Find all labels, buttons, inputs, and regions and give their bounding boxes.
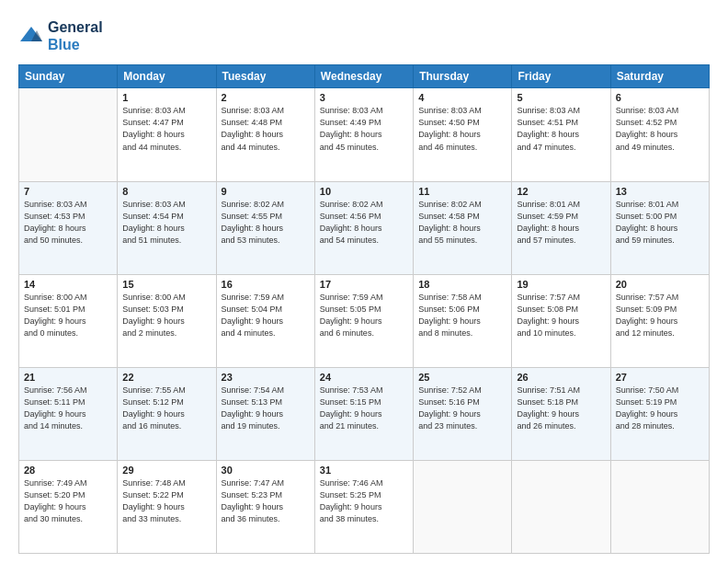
weekday-header-wednesday: Wednesday [314,65,413,88]
day-info: Sunrise: 8:03 AMSunset: 4:49 PMDaylight:… [320,105,408,153]
day-info: Sunrise: 8:03 AMSunset: 4:52 PMDaylight:… [616,105,704,153]
day-number: 10 [320,186,408,197]
day-info: Sunrise: 7:53 AMSunset: 5:15 PMDaylight:… [320,385,408,432]
day-number: 23 [222,372,310,383]
day-cell: 19Sunrise: 7:57 AMSunset: 5:08 PMDayligh… [512,274,610,367]
day-info: Sunrise: 7:56 AMSunset: 5:11 PMDaylight:… [24,385,112,432]
day-cell: 9Sunrise: 8:02 AMSunset: 4:55 PMDaylight… [216,181,314,274]
day-number: 9 [222,186,310,197]
day-number: 5 [517,92,605,103]
day-cell: 25Sunrise: 7:52 AMSunset: 5:16 PMDayligh… [414,367,512,460]
day-cell [610,460,709,553]
day-info: Sunrise: 8:01 AMSunset: 4:59 PMDaylight:… [517,199,605,247]
day-cell: 21Sunrise: 7:56 AMSunset: 5:11 PMDayligh… [19,367,118,460]
day-info: Sunrise: 8:02 AMSunset: 4:55 PMDaylight:… [222,199,310,247]
day-info: Sunrise: 7:55 AMSunset: 5:12 PMDaylight:… [122,385,210,432]
day-cell: 4Sunrise: 8:03 AMSunset: 4:50 PMDaylight… [414,88,512,181]
day-number: 7 [24,186,112,197]
day-number: 13 [616,186,704,197]
day-number: 3 [320,92,408,103]
day-info: Sunrise: 8:00 AMSunset: 5:01 PMDaylight:… [24,292,112,339]
day-number: 27 [616,372,704,383]
week-row-1: 1Sunrise: 8:03 AMSunset: 4:47 PMDaylight… [19,88,710,181]
day-info: Sunrise: 8:01 AMSunset: 5:00 PMDaylight:… [616,199,704,247]
week-row-5: 28Sunrise: 7:49 AMSunset: 5:20 PMDayligh… [19,460,710,553]
weekday-header-row: SundayMondayTuesdayWednesdayThursdayFrid… [19,65,710,88]
day-info: Sunrise: 7:51 AMSunset: 5:18 PMDaylight:… [517,385,605,432]
day-number: 18 [418,279,506,290]
day-number: 6 [616,92,704,103]
day-info: Sunrise: 8:03 AMSunset: 4:48 PMDaylight:… [222,105,310,153]
day-cell: 10Sunrise: 8:02 AMSunset: 4:56 PMDayligh… [314,181,413,274]
day-cell: 17Sunrise: 7:59 AMSunset: 5:05 PMDayligh… [314,274,413,367]
day-cell: 11Sunrise: 8:02 AMSunset: 4:58 PMDayligh… [414,181,512,274]
weekday-header-thursday: Thursday [414,65,512,88]
day-cell: 3Sunrise: 8:03 AMSunset: 4:49 PMDaylight… [314,88,413,181]
day-info: Sunrise: 7:46 AMSunset: 5:25 PMDaylight:… [320,477,408,525]
day-cell: 1Sunrise: 8:03 AMSunset: 4:47 PMDaylight… [118,88,216,181]
day-cell: 29Sunrise: 7:48 AMSunset: 5:22 PMDayligh… [118,460,216,553]
day-info: Sunrise: 8:03 AMSunset: 4:53 PMDaylight:… [24,199,112,247]
day-cell: 8Sunrise: 8:03 AMSunset: 4:54 PMDaylight… [118,181,216,274]
day-info: Sunrise: 8:03 AMSunset: 4:47 PMDaylight:… [122,105,210,153]
week-row-4: 21Sunrise: 7:56 AMSunset: 5:11 PMDayligh… [19,367,710,460]
day-cell: 6Sunrise: 8:03 AMSunset: 4:52 PMDaylight… [610,88,709,181]
day-number: 22 [122,372,210,383]
header: General Blue [18,18,710,53]
day-number: 29 [122,465,210,476]
day-info: Sunrise: 7:57 AMSunset: 5:09 PMDaylight:… [616,292,704,339]
day-number: 24 [320,372,408,383]
day-info: Sunrise: 7:59 AMSunset: 5:04 PMDaylight:… [222,292,310,339]
weekday-header-sunday: Sunday [19,65,118,88]
day-cell [512,460,610,553]
weekday-header-tuesday: Tuesday [216,65,314,88]
day-number: 17 [320,279,408,290]
day-info: Sunrise: 7:48 AMSunset: 5:22 PMDaylight:… [122,477,210,525]
day-info: Sunrise: 8:02 AMSunset: 4:58 PMDaylight:… [418,199,506,247]
day-cell: 5Sunrise: 8:03 AMSunset: 4:51 PMDaylight… [512,88,610,181]
day-number: 26 [517,372,605,383]
day-cell: 13Sunrise: 8:01 AMSunset: 5:00 PMDayligh… [610,181,709,274]
day-info: Sunrise: 7:54 AMSunset: 5:13 PMDaylight:… [222,385,310,432]
day-info: Sunrise: 8:03 AMSunset: 4:54 PMDaylight:… [122,199,210,247]
day-cell [19,88,118,181]
logo-text: General Blue [48,18,103,53]
day-cell: 14Sunrise: 8:00 AMSunset: 5:01 PMDayligh… [19,274,118,367]
logo-icon [18,23,44,49]
day-number: 14 [24,279,112,290]
day-cell: 28Sunrise: 7:49 AMSunset: 5:20 PMDayligh… [19,460,118,553]
day-cell: 30Sunrise: 7:47 AMSunset: 5:23 PMDayligh… [216,460,314,553]
day-number: 20 [616,279,704,290]
day-cell: 24Sunrise: 7:53 AMSunset: 5:15 PMDayligh… [314,367,413,460]
week-row-3: 14Sunrise: 8:00 AMSunset: 5:01 PMDayligh… [19,274,710,367]
day-cell: 16Sunrise: 7:59 AMSunset: 5:04 PMDayligh… [216,274,314,367]
day-number: 28 [24,465,112,476]
day-cell: 27Sunrise: 7:50 AMSunset: 5:19 PMDayligh… [610,367,709,460]
day-cell: 26Sunrise: 7:51 AMSunset: 5:18 PMDayligh… [512,367,610,460]
day-info: Sunrise: 7:52 AMSunset: 5:16 PMDaylight:… [418,385,506,432]
day-cell: 2Sunrise: 8:03 AMSunset: 4:48 PMDaylight… [216,88,314,181]
day-number: 25 [418,372,506,383]
day-cell: 23Sunrise: 7:54 AMSunset: 5:13 PMDayligh… [216,367,314,460]
calendar-table: SundayMondayTuesdayWednesdayThursdayFrid… [18,64,710,554]
day-cell: 12Sunrise: 8:01 AMSunset: 4:59 PMDayligh… [512,181,610,274]
day-info: Sunrise: 7:57 AMSunset: 5:08 PMDaylight:… [517,292,605,339]
day-info: Sunrise: 7:47 AMSunset: 5:23 PMDaylight:… [222,477,310,525]
day-info: Sunrise: 7:49 AMSunset: 5:20 PMDaylight:… [24,477,112,525]
day-cell: 18Sunrise: 7:58 AMSunset: 5:06 PMDayligh… [414,274,512,367]
day-number: 8 [122,186,210,197]
logo: General Blue [18,18,103,53]
day-cell [414,460,512,553]
day-info: Sunrise: 8:03 AMSunset: 4:51 PMDaylight:… [517,105,605,153]
week-row-2: 7Sunrise: 8:03 AMSunset: 4:53 PMDaylight… [19,181,710,274]
day-cell: 22Sunrise: 7:55 AMSunset: 5:12 PMDayligh… [118,367,216,460]
day-info: Sunrise: 7:50 AMSunset: 5:19 PMDaylight:… [616,385,704,432]
day-number: 31 [320,465,408,476]
weekday-header-monday: Monday [118,65,216,88]
day-number: 4 [418,92,506,103]
day-number: 19 [517,279,605,290]
weekday-header-saturday: Saturday [610,65,709,88]
day-number: 15 [122,279,210,290]
day-number: 12 [517,186,605,197]
day-number: 16 [222,279,310,290]
